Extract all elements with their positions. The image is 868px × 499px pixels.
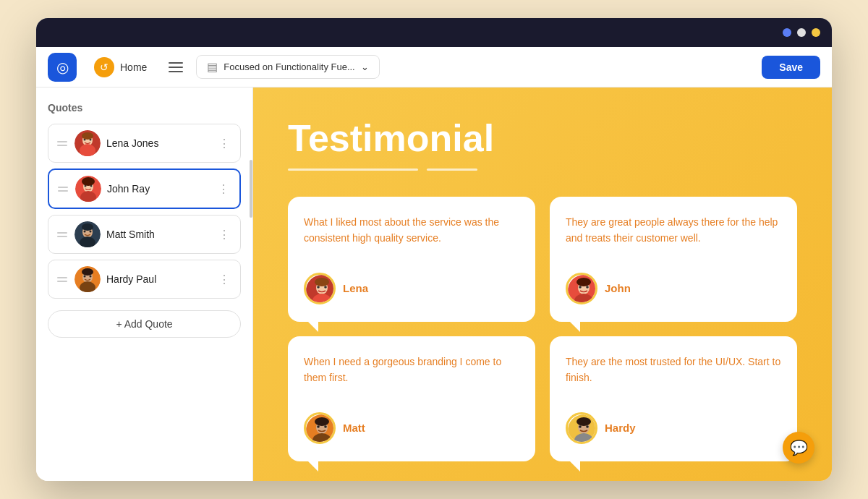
titlebar-dot-yellow[interactable] — [812, 28, 820, 37]
more-options-matt[interactable]: ⋮ — [216, 226, 233, 243]
sidebar: Quotes — [36, 88, 253, 481]
svg-point-23 — [82, 268, 93, 276]
quote-author-matt: Matt — [304, 412, 519, 444]
titlebar — [36, 18, 832, 47]
logo: ◎ — [48, 53, 77, 82]
add-quote-button[interactable]: + Add Quote — [48, 310, 241, 338]
toolbar: ◎ ↺ Home ▤ Focused on Functionality Fue.… — [36, 47, 832, 88]
quote-author-hardy: Hardy — [566, 412, 781, 444]
underline-long — [288, 169, 418, 171]
chat-fab-button[interactable]: 💬 — [783, 432, 814, 464]
svg-point-34 — [586, 286, 589, 289]
svg-point-21 — [84, 276, 86, 278]
document-icon: ▤ — [207, 60, 218, 74]
main-content: Quotes — [36, 88, 832, 481]
home-button[interactable]: ↺ Home — [85, 53, 156, 82]
sidebar-title: Quotes — [48, 102, 241, 114]
quote-name-john: John Ray — [107, 183, 209, 195]
quote-item-lena[interactable]: Lena Jones ⋮ — [48, 124, 241, 163]
titlebar-dot-blue[interactable] — [783, 28, 791, 37]
quote-author-lena: Lena — [304, 273, 519, 304]
drag-handle-john[interactable] — [56, 185, 69, 193]
quote-author-john: John — [566, 273, 781, 304]
drag-handle-lena[interactable] — [56, 140, 69, 148]
quote-item-hardy[interactable]: Hardy Paul ⋮ — [48, 260, 241, 299]
testimonial-title: Testimonial — [288, 116, 797, 160]
author-name-lena: Lena — [343, 282, 368, 294]
quote-text-hardy: They are the most trusted for the UI/UX.… — [566, 354, 781, 386]
quote-name-matt: Matt Smith — [106, 229, 210, 240]
scroll-thumb — [250, 160, 252, 218]
author-avatar-lena — [304, 273, 336, 304]
svg-point-28 — [324, 286, 327, 289]
quote-name-lena: Lena Jones — [106, 137, 210, 149]
chat-icon: 💬 — [790, 439, 808, 456]
menu-button[interactable] — [164, 58, 187, 77]
svg-point-46 — [586, 425, 589, 428]
quote-card-lena[interactable]: What I liked most about the service was … — [288, 197, 535, 322]
svg-point-17 — [82, 223, 93, 231]
author-name-john: John — [605, 282, 631, 294]
quote-list: Lena Jones ⋮ — [48, 124, 241, 299]
more-options-john[interactable]: ⋮ — [215, 181, 232, 197]
avatar-john — [75, 176, 101, 202]
author-name-matt: Matt — [343, 422, 365, 434]
author-avatar-matt — [304, 412, 336, 444]
app-window: ◎ ↺ Home ▤ Focused on Functionality Fue.… — [36, 18, 832, 481]
drag-handle-hardy[interactable] — [56, 276, 69, 283]
svg-point-35 — [576, 278, 591, 286]
avatar-hardy — [75, 266, 101, 292]
svg-point-45 — [579, 425, 582, 428]
document-selector[interactable]: ▤ Focused on Functionality Fue... ⌄ — [196, 55, 379, 79]
more-options-hardy[interactable]: ⋮ — [216, 271, 233, 288]
svg-point-47 — [576, 417, 591, 426]
home-label: Home — [120, 61, 147, 73]
titlebar-dot-gray[interactable] — [797, 28, 806, 37]
author-avatar-hardy — [566, 412, 597, 444]
svg-point-29 — [315, 278, 329, 286]
svg-point-15 — [84, 231, 86, 233]
quote-item-matt[interactable]: Matt Smith ⋮ — [48, 215, 241, 254]
drag-handle-matt[interactable] — [56, 231, 69, 239]
home-icon: ↺ — [94, 57, 114, 77]
logo-icon: ◎ — [56, 59, 69, 76]
quote-item-john[interactable]: John Ray ⋮ — [48, 169, 241, 209]
scrollbar[interactable] — [250, 131, 252, 466]
quote-name-hardy: Hardy Paul — [106, 273, 210, 285]
svg-point-40 — [324, 425, 327, 428]
svg-point-33 — [579, 286, 582, 289]
svg-point-22 — [90, 276, 92, 278]
avatar-matt — [75, 221, 101, 247]
canvas: Testimonial What I liked most about the … — [253, 88, 832, 481]
svg-point-11 — [82, 177, 95, 186]
avatar-lena — [75, 130, 101, 156]
svg-point-27 — [317, 286, 320, 289]
more-options-lena[interactable]: ⋮ — [216, 135, 233, 152]
quotes-grid: What I liked most about the service was … — [288, 197, 797, 461]
underline-short — [427, 169, 477, 171]
quote-text-matt: When I need a gorgeous branding I come t… — [304, 354, 519, 386]
svg-point-39 — [317, 425, 320, 428]
quote-text-lena: What I liked most about the service was … — [304, 214, 519, 247]
quote-card-matt[interactable]: When I need a gorgeous branding I come t… — [288, 336, 535, 461]
author-name-hardy: Hardy — [605, 422, 636, 434]
author-avatar-john — [566, 273, 597, 304]
title-underlines — [288, 169, 797, 171]
chevron-down-icon: ⌄ — [361, 61, 369, 72]
quote-card-john[interactable]: They are great people always there for t… — [550, 197, 797, 322]
home-arrow-icon: ↺ — [100, 61, 109, 73]
quote-text-john: They are great people always there for t… — [566, 214, 781, 247]
svg-point-41 — [315, 417, 329, 426]
document-title: Focused on Functionality Fue... — [224, 61, 354, 72]
save-button[interactable]: Save — [762, 56, 820, 79]
svg-point-16 — [90, 231, 92, 233]
svg-point-5 — [82, 132, 93, 140]
quote-card-hardy[interactable]: They are the most trusted for the UI/UX.… — [550, 336, 797, 461]
